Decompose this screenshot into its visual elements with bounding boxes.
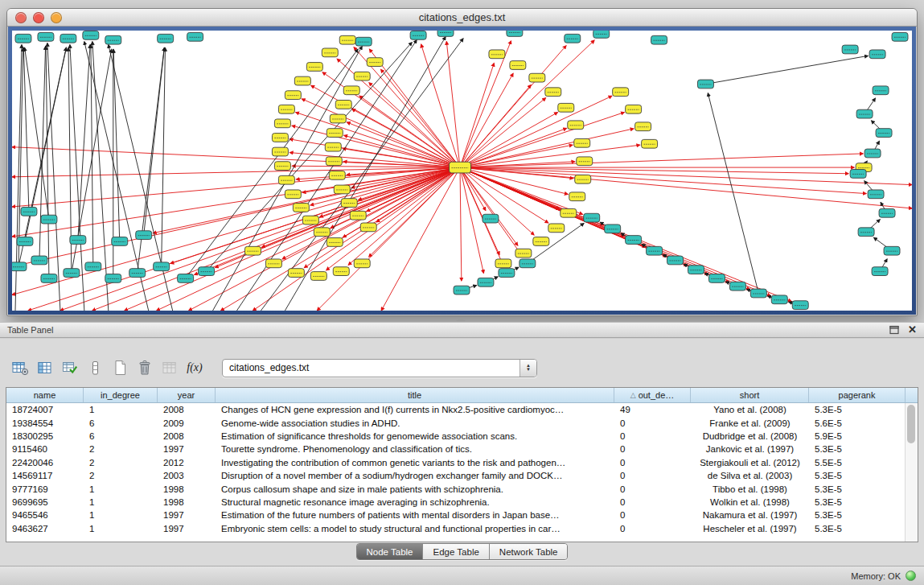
- table-cell[interactable]: 5.9E-5: [809, 431, 906, 441]
- table-cell[interactable]: 0: [614, 524, 691, 534]
- graph-edge[interactable]: [46, 47, 49, 278]
- graph-node[interactable]: [437, 31, 454, 36]
- graph-node[interactable]: [584, 213, 600, 222]
- graph-node[interactable]: [510, 61, 526, 70]
- table-row[interactable]: 911546021997Tourette syndrome. Phenomeno…: [6, 443, 918, 455]
- table-cell[interactable]: 0: [614, 497, 691, 507]
- table-cell[interactable]: 0: [614, 458, 691, 468]
- table-cell[interactable]: 1: [84, 405, 158, 414]
- table-cell[interactable]: 2009: [158, 418, 216, 428]
- table-row[interactable]: 977716911998Corpus callosum shape and si…: [6, 482, 918, 495]
- table-cell[interactable]: 5.3E-5: [809, 497, 906, 507]
- table-scrollbar[interactable]: [905, 403, 918, 542]
- close-panel-icon[interactable]: ✕: [908, 325, 917, 335]
- graph-edge[interactable]: [39, 47, 46, 261]
- graph-edge[interactable]: [460, 73, 513, 167]
- table-cell[interactable]: 19384554: [6, 418, 84, 428]
- table-cell[interactable]: Dudbridge et al. (2008): [691, 431, 809, 441]
- table-settings-icon[interactable]: [10, 357, 31, 378]
- table-cell[interactable]: de Silva et al. (2003): [691, 471, 809, 480]
- table-cell[interactable]: Hescheler et al. (1997): [691, 524, 809, 534]
- table-cell[interactable]: 1: [84, 524, 158, 534]
- graph-node[interactable]: [529, 73, 545, 82]
- graph-edge[interactable]: [367, 167, 460, 212]
- table-row[interactable]: 1456911722003Disruption of a novel membe…: [6, 469, 918, 482]
- table-row[interactable]: 1830029562008Estimation of significance …: [6, 430, 918, 443]
- table-cell[interactable]: 5.3E-5: [809, 405, 906, 414]
- tab-network-table[interactable]: Network Table: [490, 544, 568, 559]
- graph-edge[interactable]: [125, 167, 460, 311]
- table-cell[interactable]: Estimation of significance thresholds fo…: [216, 431, 614, 441]
- memory-status-icon[interactable]: [906, 571, 916, 581]
- table-cell[interactable]: 6: [84, 418, 158, 428]
- float-panel-icon[interactable]: [889, 325, 900, 335]
- graph-edge[interactable]: [78, 45, 90, 240]
- table-cell[interactable]: 9463627: [6, 524, 84, 534]
- graph-edge[interactable]: [460, 98, 546, 167]
- column-header-short[interactable]: short: [691, 388, 809, 402]
- table-cell[interactable]: Changes of HCN gene expression and I(f) …: [216, 405, 614, 414]
- table-cell[interactable]: 9115460: [6, 444, 84, 454]
- graph-edge[interactable]: [18, 47, 66, 266]
- table-cell[interactable]: 2: [84, 471, 158, 480]
- graph-node[interactable]: [574, 138, 590, 147]
- graph-node[interactable]: [561, 208, 577, 217]
- column-header-name[interactable]: name: [6, 388, 84, 402]
- table-cell[interactable]: Nakamura et al. (1997): [691, 510, 809, 520]
- table-cell[interactable]: 5.6E-5: [809, 418, 906, 428]
- table-cell[interactable]: Investigating the contribution of common…: [216, 458, 614, 468]
- table-cell[interactable]: 18300295: [6, 431, 84, 441]
- graph-edge[interactable]: [359, 96, 460, 167]
- table-import-icon[interactable]: [60, 357, 80, 378]
- table-cell[interactable]: Tourette syndrome. Phenomenology and cla…: [216, 444, 614, 454]
- table-cell[interactable]: 5.3E-5: [809, 471, 906, 480]
- table-cell[interactable]: Tibbo et al. (1998): [691, 484, 809, 494]
- new-file-icon[interactable]: [109, 357, 130, 378]
- table-cell[interactable]: 22420046: [6, 458, 84, 468]
- graph-edge[interactable]: [460, 167, 486, 210]
- graph-edge[interactable]: [460, 40, 594, 167]
- graph-edge[interactable]: [460, 113, 624, 168]
- table-cell[interactable]: 2008: [158, 431, 216, 441]
- graph-node[interactable]: [876, 129, 892, 138]
- table-cell[interactable]: Corpus callosum shape and size in male p…: [216, 484, 614, 494]
- table-cell[interactable]: 5.3E-5: [809, 484, 906, 494]
- table-cell[interactable]: Disruption of a novel member of a sodium…: [216, 471, 614, 480]
- citation-network-graph[interactable]: [12, 31, 912, 311]
- graph-node[interactable]: [21, 207, 37, 216]
- graph-node[interactable]: [136, 231, 152, 240]
- graph-node[interactable]: [354, 72, 370, 80]
- graph-edge[interactable]: [144, 47, 165, 235]
- graph-edge[interactable]: [304, 167, 460, 268]
- table-cell[interactable]: 2: [84, 444, 158, 454]
- table-cell[interactable]: 2012: [158, 458, 216, 468]
- delete-icon[interactable]: [134, 357, 155, 378]
- table-cell[interactable]: 18724007: [6, 405, 84, 414]
- table-cell[interactable]: 0: [614, 418, 691, 428]
- graph-edge[interactable]: [460, 167, 548, 223]
- table-cell[interactable]: 5.5E-5: [809, 458, 906, 468]
- table-cell[interactable]: 0: [614, 444, 691, 454]
- table-cell[interactable]: 1997: [158, 524, 216, 534]
- table-cell[interactable]: 0: [614, 471, 691, 480]
- table-cell[interactable]: 5.3E-5: [809, 510, 906, 520]
- table-cell[interactable]: Genome-wide association studies in ADHD.: [216, 418, 614, 428]
- table-cell[interactable]: 1: [84, 497, 158, 507]
- graph-edge[interactable]: [446, 42, 460, 167]
- zoom-window-icon[interactable]: [51, 12, 62, 23]
- table-cell[interactable]: 5.3E-5: [809, 444, 906, 454]
- table-cell[interactable]: 49: [614, 405, 691, 414]
- graph-edge[interactable]: [460, 128, 567, 167]
- function-builder-icon[interactable]: f(x): [184, 357, 205, 378]
- table-cell[interactable]: 1998: [158, 484, 216, 494]
- graph-edge[interactable]: [460, 167, 462, 281]
- network-canvas[interactable]: [12, 31, 912, 311]
- table-cell[interactable]: 0: [614, 510, 691, 520]
- minimize-window-icon[interactable]: [33, 12, 44, 23]
- graph-node[interactable]: [507, 31, 523, 36]
- graph-edge[interactable]: [162, 48, 166, 267]
- table-cell[interactable]: Jankovic et al. (1997): [691, 444, 809, 454]
- column-header-out_de[interactable]: △out_de…: [614, 388, 691, 402]
- graph-node[interactable]: [367, 58, 383, 67]
- table-cell[interactable]: 9777169: [6, 484, 84, 494]
